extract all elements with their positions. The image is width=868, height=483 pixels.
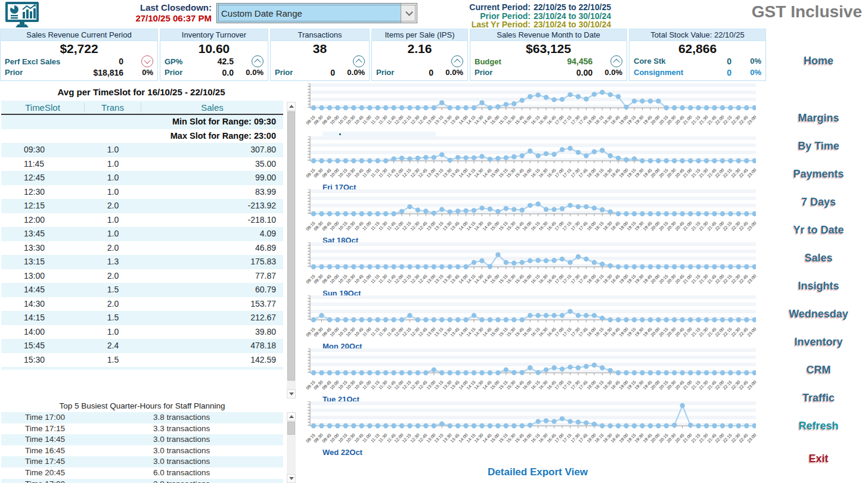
sidebar-item-7-days[interactable]: 7 Days <box>769 196 868 208</box>
column-header[interactable]: Trans <box>85 102 141 113</box>
table-row: 11:451.035.00 <box>1 157 283 172</box>
sidebar-item-insights[interactable]: Insights <box>769 280 868 292</box>
scrollbar-thumb[interactable] <box>287 111 295 381</box>
kpi-line-right <box>236 55 264 67</box>
kpi-card-header: Sales Revenue Month to Date <box>470 29 627 41</box>
data-point <box>391 264 396 269</box>
sidebar-item-by-time[interactable]: By Time <box>769 140 868 152</box>
busy-list-scrollbar[interactable] <box>287 412 296 483</box>
sidebar-item-exit[interactable]: Exit <box>769 453 868 465</box>
kpi-line: Prior00.0% <box>275 67 365 78</box>
timeslot-cell: 13:15 <box>1 255 85 269</box>
data-point <box>568 92 572 97</box>
busy-list-body: Time 17:003.8 transactionsTime 17:153.3 … <box>1 412 283 483</box>
column-header[interactable]: TimeSlot <box>1 102 85 113</box>
kpi-line-label: Core Stk <box>634 57 665 66</box>
detailed-export-view-link[interactable]: Detailed Export View <box>308 466 768 478</box>
data-point <box>447 209 452 214</box>
sidebar-item-payments[interactable]: Payments <box>769 168 868 180</box>
data-point <box>648 423 653 428</box>
sidebar-item-wednesday[interactable]: Wednesday <box>769 308 868 320</box>
data-point <box>648 370 653 375</box>
data-point <box>479 317 484 322</box>
data-point <box>383 264 388 269</box>
data-point <box>319 264 324 269</box>
sidebar-item-sales[interactable]: Sales <box>769 252 868 264</box>
data-point <box>680 211 685 216</box>
chevron-down-icon <box>144 57 150 64</box>
combo-dropdown-button[interactable] <box>401 4 417 23</box>
data-point <box>327 211 332 216</box>
data-point <box>504 367 509 372</box>
trans-cell: 1.0 <box>85 325 141 339</box>
data-point <box>560 313 565 317</box>
data-point <box>560 367 565 372</box>
data-point <box>600 90 604 95</box>
kpi-line <box>376 55 463 67</box>
trans-cell: 1.0 <box>85 157 141 172</box>
data-point <box>744 211 749 216</box>
table-row: 12:152.0-213.92 <box>1 199 283 213</box>
data-point <box>375 370 380 375</box>
sidebar-item-traffic[interactable]: Traffic <box>769 392 868 404</box>
kpi-card-body: 38Prior00.0% <box>270 41 370 81</box>
scroll-down-button[interactable] <box>287 474 296 483</box>
data-point <box>664 423 669 428</box>
sidebar-item-crm[interactable]: CRM <box>769 364 868 376</box>
data-point <box>335 264 340 269</box>
data-point <box>664 370 669 375</box>
data-point <box>343 105 348 110</box>
trans-cell: 1.5 <box>85 353 141 367</box>
data-point <box>495 370 500 375</box>
scroll-up-button[interactable] <box>287 412 296 421</box>
trend-up-icon <box>252 55 264 67</box>
kpi-card-header: Total Stock Value: 22/10/25 <box>629 29 766 41</box>
sidebar-item-home[interactable]: Home <box>769 55 868 67</box>
sidebar-item-yr-to-date[interactable]: Yr to Date <box>769 224 868 236</box>
data-point <box>383 370 388 375</box>
date-range-select[interactable]: Custom Date Range <box>216 3 417 23</box>
busy-trans-cell: 3.0 transactions <box>153 456 283 468</box>
data-point <box>311 423 316 428</box>
sales-cell: 142.59 <box>141 353 283 367</box>
busy-trans-cell: 3.0 transactions <box>153 434 283 445</box>
last-closedown-value: 27/10/25 06:37 PM <box>83 13 212 24</box>
data-point <box>327 264 332 269</box>
busy-time-cell: Time 14:45 <box>1 434 153 445</box>
data-point <box>351 317 356 322</box>
sidebar-item-refresh[interactable]: Refresh <box>769 420 868 432</box>
data-point <box>656 264 661 269</box>
data-point <box>736 158 741 163</box>
data-point <box>632 98 637 103</box>
data-point <box>592 205 597 210</box>
scroll-down-button[interactable] <box>287 389 296 398</box>
scrollbar-thumb[interactable] <box>287 422 295 435</box>
data-point <box>311 158 316 163</box>
data-point <box>560 206 565 211</box>
period-value: 23/10/24 to 30/10/24 <box>534 12 611 21</box>
avg-table-scrollbar[interactable] <box>287 102 296 398</box>
data-point <box>343 211 348 216</box>
data-point <box>488 157 492 161</box>
data-point <box>704 317 709 322</box>
column-header[interactable]: Sales <box>141 102 283 113</box>
data-point <box>616 370 621 375</box>
kpi-card: Inventory Turnover10.60GP%42.5Prior0.00.… <box>160 29 268 81</box>
data-point <box>375 423 380 428</box>
data-point <box>584 204 588 209</box>
app-logo-icon <box>5 1 42 30</box>
sidebar-item-margins[interactable]: Margins <box>769 112 868 124</box>
x-axis-labels: 09:1509:3009:4510:0010:1510:3010:4511:00… <box>308 379 768 394</box>
timeslot-cell: 12:45 <box>1 171 85 185</box>
data-point <box>568 260 572 264</box>
data-point <box>327 317 332 322</box>
data-point <box>375 105 380 110</box>
sales-cell: 77.87 <box>141 269 283 283</box>
data-point <box>560 416 565 421</box>
scroll-up-button[interactable] <box>287 102 296 111</box>
data-point <box>664 105 669 110</box>
kpi-line-right: 0.0% <box>436 68 463 77</box>
data-point <box>343 317 348 322</box>
sidebar-item-inventory[interactable]: Inventory <box>769 336 868 348</box>
data-point <box>535 419 540 423</box>
